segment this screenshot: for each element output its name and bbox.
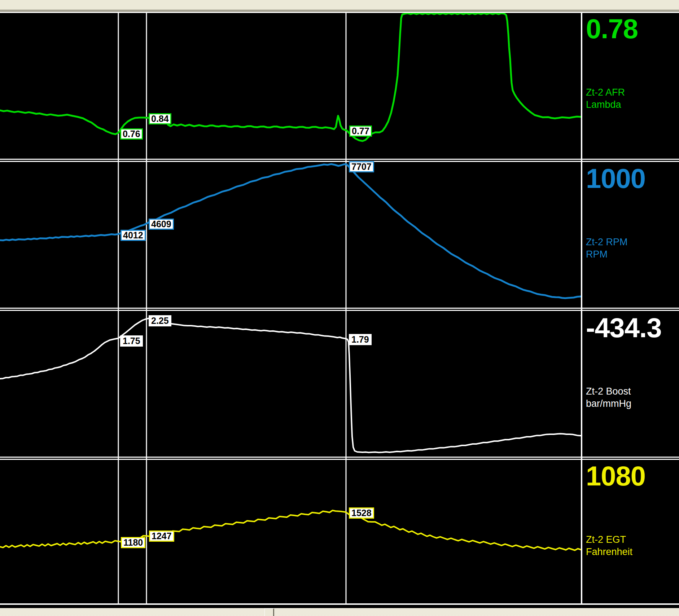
marker-value-box-egt: 1180	[121, 537, 145, 548]
legend-egt: 1080 Zt-2 EGT Fahrenheit	[586, 462, 678, 490]
marker-value-box-rpm: 4609	[149, 219, 174, 230]
marker-value-box-afr: 0.76	[120, 128, 143, 140]
egt-series-name: Zt-2 EGT Fahrenheit	[586, 533, 632, 558]
marker-value-box-afr: 0.77	[349, 126, 372, 137]
trace-zt-2-boost	[0, 318, 581, 453]
afr-series-name: Zt-2 AFR Lambda	[586, 86, 625, 111]
marker-value-box-boost: 1.75	[120, 335, 143, 347]
legend-boost: -434.3 Zt-2 Boost bar/mmHg	[586, 314, 678, 342]
chart-plot	[0, 0, 679, 616]
legend-rpm: 1000 Zt-2 RPM RPM	[586, 165, 678, 192]
datalog-viewer-window: 0.760.840.774012460977071.752.251.791180…	[0, 0, 679, 616]
afr-current-value: 0.78	[586, 15, 678, 43]
rpm-current-value: 1000	[586, 165, 678, 192]
trace-zt-2-egt	[0, 510, 581, 550]
marker-value-box-boost: 2.25	[149, 315, 171, 326]
egt-current-value: 1080	[586, 462, 678, 490]
boost-series-name: Zt-2 Boost bar/mmHg	[586, 385, 631, 410]
marker-value-box-rpm: 4012	[121, 230, 146, 241]
marker-value-box-egt: 1528	[349, 507, 374, 519]
marker-value-box-afr: 0.84	[149, 113, 171, 124]
legend-afr: 0.78 Zt-2 AFR Lambda	[586, 15, 678, 43]
trace-zt-2-afr	[0, 13, 581, 141]
marker-value-box-rpm: 7707	[349, 161, 374, 172]
trace-zt-2-rpm	[0, 164, 581, 298]
boost-current-value: -434.3	[586, 314, 678, 342]
marker-value-box-egt: 1247	[149, 531, 174, 542]
marker-value-box-boost: 1.79	[349, 334, 372, 345]
rpm-series-name: Zt-2 RPM RPM	[586, 236, 628, 260]
